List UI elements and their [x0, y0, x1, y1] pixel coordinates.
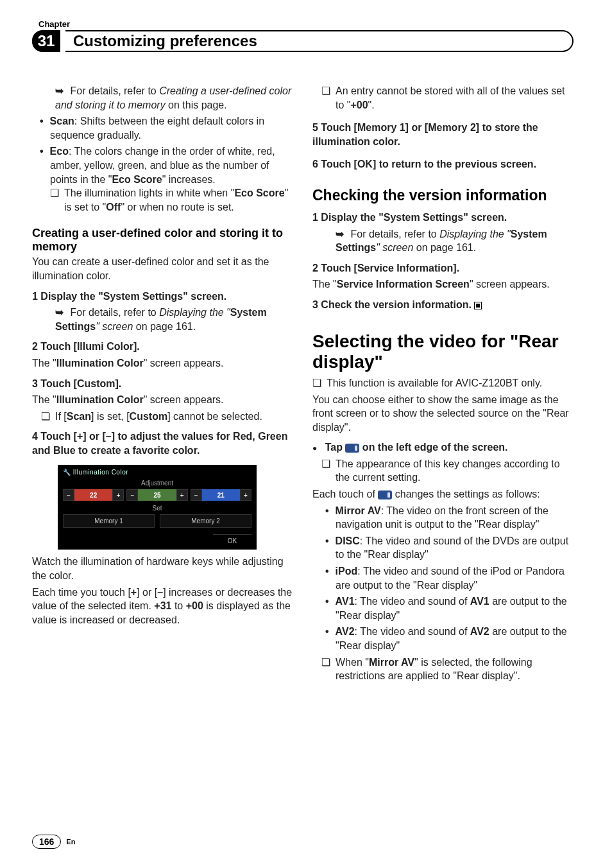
green-spinner[interactable]: −25+: [126, 489, 187, 501]
left-column: For details, refer to Creating a user-de…: [32, 84, 293, 686]
text: Each touch of: [312, 489, 378, 499]
chapter-label: Chapter: [38, 19, 574, 29]
text: AV1: [336, 596, 355, 607]
after-text-2: Each time you touch [+] or [–] increases…: [32, 586, 293, 627]
text: For details, refer to: [350, 229, 439, 239]
opt-ipod: iPod: The video and sound of the iPod or…: [336, 564, 574, 592]
shot-set-label: Set: [63, 505, 251, 512]
section-checking-version: Checking the version information: [312, 187, 574, 204]
text: " screen appears.: [470, 279, 550, 290]
page-lang: En: [66, 838, 75, 846]
ok-button[interactable]: OK: [213, 534, 251, 547]
text: Mirror AV: [336, 505, 381, 516]
ref-creating: For details, refer to Creating a user-de…: [55, 84, 293, 112]
text: Illumination Color: [56, 394, 144, 405]
text: on the left edge of the screen.: [359, 442, 507, 453]
scan-item: Scan: Shifts between the eight default c…: [50, 114, 293, 142]
text: " screen appears.: [144, 394, 224, 405]
text: : The video and sound of the DVDs are ou…: [336, 535, 568, 560]
text: Eco: [50, 146, 69, 157]
check-step1-ref: For details, refer to Displaying the "Sy…: [336, 227, 574, 255]
rear-display-key-icon: [345, 444, 359, 453]
text: Illumination Color: [56, 358, 144, 369]
green-value: 25: [138, 489, 176, 501]
text: 3 Check the version information.: [312, 299, 472, 310]
text: ] is set, [: [91, 411, 130, 422]
text: Displaying the ": [159, 307, 230, 318]
step-5: 5 Touch [Memory 1] or [Memory 2] to stor…: [312, 121, 574, 148]
eco-item: Eco: The colors change in the order of w…: [50, 144, 293, 214]
avic-note: This function is available for AVIC-Z120…: [327, 376, 574, 390]
opt-disc: DISC: The video and sound of the DVDs ar…: [336, 534, 574, 562]
text: Eco Score: [234, 187, 284, 198]
text: If [: [55, 411, 67, 422]
step-2: 2 Touch [Illumi Color].: [32, 340, 293, 354]
step-6: 6 Touch [OK] to return to the previous s…: [312, 157, 574, 171]
plus-icon[interactable]: +: [176, 489, 188, 501]
text: iPod: [336, 566, 358, 577]
tap-note: The appearance of this key changes accor…: [336, 457, 574, 485]
text: Custom: [130, 411, 168, 422]
text: changes the settings as follows:: [392, 489, 540, 499]
memory2-button[interactable]: Memory 2: [160, 514, 251, 528]
chapter-title: Customizing preferences: [65, 30, 574, 52]
check-step-2: 2 Touch [Service Information].: [312, 261, 574, 275]
text: Tap: [325, 442, 346, 453]
page-number: 166: [32, 835, 61, 849]
text: For details, refer to: [70, 85, 159, 96]
text: Service Information Screen: [337, 279, 470, 290]
plus-icon[interactable]: +: [112, 489, 124, 501]
opt-mirror: Mirror AV: The video on the front screen…: [336, 504, 574, 532]
mirror-restrict-note: When "Mirror AV" is selected, the follow…: [336, 655, 574, 683]
selecting-para: You can choose either to show the same i…: [312, 393, 574, 435]
blue-spinner[interactable]: −21+: [191, 489, 251, 501]
minus-icon[interactable]: −: [63, 489, 74, 501]
text: ] cannot be selected.: [167, 411, 262, 422]
shot-adjustment-label: Adjustment: [63, 480, 251, 487]
minus-icon[interactable]: −: [191, 489, 202, 501]
text: : The video and sound of: [355, 626, 470, 637]
right-top-note: An entry cannot be stored with all of th…: [336, 84, 574, 112]
step1-ref: For details, refer to Displaying the "Sy…: [55, 306, 293, 333]
text: " screen: [96, 321, 133, 332]
text: AV2: [470, 626, 489, 637]
text: on this page.: [166, 100, 227, 110]
text: : The video and sound of the iPod or Pan…: [336, 566, 565, 591]
memory1-button[interactable]: Memory 1: [63, 514, 155, 528]
after-text-1: Watch the illumination of hardware keys …: [32, 555, 293, 582]
check-step2-para: The "Service Information Screen" screen …: [312, 277, 574, 291]
text: : Shifts between the eight default color…: [50, 116, 264, 141]
text: The ": [32, 358, 56, 369]
step-3: 3 Touch [Custom].: [32, 377, 293, 391]
page-footer: 166 En: [32, 835, 75, 849]
text: Each time you touch [: [32, 587, 131, 598]
check-step-3: 3 Check the version information.: [312, 298, 574, 312]
text: +31: [154, 600, 171, 611]
text: on page 161.: [413, 242, 476, 253]
step2-para: The "Illumination Color" screen appears.: [32, 356, 293, 370]
text: When ": [336, 657, 369, 668]
text: Displaying the ": [439, 229, 511, 239]
text: Off: [106, 202, 121, 213]
text: DISC: [336, 535, 360, 546]
plus-icon[interactable]: +: [240, 489, 251, 501]
text: Mirror AV: [369, 657, 414, 668]
text: " or when no route is set.: [121, 202, 234, 213]
subheading-creating: Creating a user-defined color and storin…: [32, 227, 293, 254]
minus-icon[interactable]: −: [126, 489, 138, 501]
text: The illumination lights in white when ": [64, 187, 234, 198]
red-spinner[interactable]: −22+: [63, 489, 124, 501]
right-column: An entry cannot be stored with all of th…: [312, 84, 574, 686]
text: +: [131, 587, 137, 598]
text: Scan: [50, 116, 74, 126]
text: Eco Score: [112, 174, 162, 185]
opt-av1: AV1: The video and sound of AV1 are outp…: [336, 595, 574, 622]
tap-instruction: Tap on the left edge of the screen.: [312, 440, 574, 455]
text: " increases.: [162, 174, 216, 185]
text: For details, refer to: [70, 307, 159, 318]
text: ".: [368, 100, 375, 110]
illumination-color-screenshot: 🔧 Illumination Color Adjustment −22+ −25…: [58, 465, 257, 550]
text: ] or [: [137, 587, 157, 598]
text: The ": [32, 394, 56, 405]
section-selecting-video: Selecting the video for "Rear display": [312, 331, 574, 372]
